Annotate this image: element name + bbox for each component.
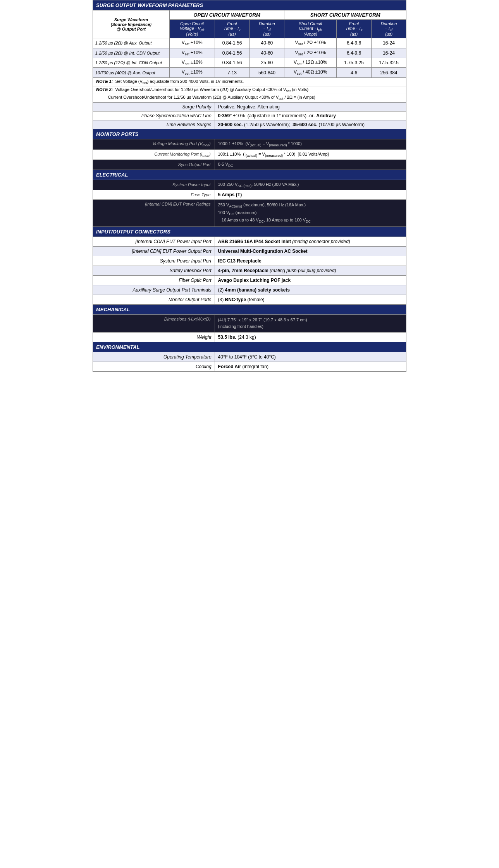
monitor-output-row: Monitor Output Ports (3) BNC-type (femal…	[93, 295, 406, 304]
sync-output-value: 0-5 VDC	[215, 160, 406, 170]
note-2b: Current Overshoot/Undershoot for 1.2/50 …	[93, 94, 406, 103]
row4-oc-f: 7-13	[215, 68, 250, 77]
aux-surge-value: (2) 4mm (banana) safety sockets	[215, 285, 406, 295]
fiber-optic-value: Avago Duplex Latching POF jack	[215, 275, 406, 285]
sys-power-input-port-label: System Power Input Port	[93, 256, 215, 266]
electrical-title: ELECTRICAL	[93, 170, 406, 180]
row2-sc-f: 6.4-9.6	[337, 48, 372, 58]
eut-power-input-label: [Internal CDN] EUT Power Input Port	[93, 237, 215, 246]
operating-temp-value: 40°F to 104°F (5°C to 40°C)	[215, 352, 406, 362]
voltage-monitor-value: 1000:1 ±10% (V(actual) = V(measured) * 1…	[215, 139, 406, 149]
current-monitor-row: Current Monitoring Port (Imon) 100:1 ±10…	[93, 149, 406, 160]
row1-sc-d: 16-24	[372, 38, 406, 48]
time-between-value: 20-600 sec. (1.2/50 µs Waveform); 35-600…	[215, 120, 406, 129]
oc-voltage-header: Open CircuitVoltage - Vpk(Volts)	[169, 20, 215, 38]
row1-oc-v: Vset ±10%	[169, 38, 215, 48]
section-electrical-header: ELECTRICAL	[93, 170, 406, 180]
row3-sc-d: 17.5-32.5	[372, 58, 406, 67]
row4-sc-d: 256-384	[372, 68, 406, 77]
surge-polarity-value: Positive, Negative, Alternating	[215, 103, 406, 112]
sc-duration-header: Duration- Td(µs)	[372, 20, 406, 38]
row1-label: 1.2/50 µs (2Ω) @ Aux. Output	[93, 38, 170, 48]
row2-sc-d: 16-24	[372, 48, 406, 58]
fuse-type-label: Fuse Type	[93, 190, 215, 200]
phase-sync-label: Phase Synchronization w/AC Line	[93, 112, 215, 120]
safety-interlock-value: 4-pin, 7mm Receptacle (mating push-pull …	[215, 266, 406, 275]
fuse-type-value: 5 Amps (T)	[215, 190, 406, 200]
current-monitor-label: Current Monitoring Port (Imon)	[93, 149, 215, 160]
sys-power-input-port-row: System Power Input Port IEC C13 Receptac…	[93, 256, 406, 266]
section-mechanical-header: MECHANICAL	[93, 304, 406, 314]
dimensions-row: Dimensions (H)x(W)x(D) (4U) 7.75" x 19" …	[93, 314, 406, 332]
table-row: 1.2/50 µs (2Ω) @ Int. CDN Output Vset ±1…	[93, 48, 406, 58]
row2-label: 1.2/50 µs (2Ω) @ Int. CDN Output	[93, 48, 170, 58]
voltage-monitor-label: Voltage Monitoring Port (Vmon)	[93, 139, 215, 149]
open-circuit-header: OPEN CIRCUIT WAVEFORM	[169, 10, 284, 20]
fiber-optic-label: Fiber Optic Port	[93, 275, 215, 285]
fuse-type-row: Fuse Type 5 Amps (T)	[93, 190, 406, 200]
cooling-value: Forced Air (integral fan)	[215, 362, 406, 371]
row1-oc-f: 0.84-1.56	[215, 38, 250, 48]
dimensions-label: Dimensions (H)x(W)x(D)	[93, 314, 215, 332]
sync-output-row: Sync Output Port 0-5 VDC	[93, 160, 406, 170]
phase-sync-row: Phase Synchronization w/AC Line 0-359° ±…	[93, 112, 406, 120]
note-2b-row: Current Overshoot/Undershoot for 1.2/50 …	[93, 94, 406, 103]
section-io-header: INPUT/OUTPUT CONNECTORS	[93, 226, 406, 237]
note-1-row: NOTE 1: Set Voltage (Vset) adjustable fr…	[93, 77, 406, 86]
time-between-label: Time Between Surges	[93, 120, 215, 129]
row3-oc-v: Vset ±10%	[169, 58, 215, 67]
sys-power-input-port-value: IEC C13 Receptacle	[215, 256, 406, 266]
environmental-title: ENVIRONMENTAL	[93, 342, 406, 352]
time-between-row: Time Between Surges 20-600 sec. (1.2/50 …	[93, 120, 406, 129]
row3-oc-d: 25-60	[250, 58, 284, 67]
monitor-output-label: Monitor Output Ports	[93, 295, 215, 304]
row3-sc-c: Vset / 12Ω ±10%	[284, 58, 337, 67]
surge-polarity-row: Surge Polarity Positive, Negative, Alter…	[93, 103, 406, 112]
row2-oc-d: 40-60	[250, 48, 284, 58]
operating-temp-row: Operating Temperature 40°F to 104°F (5°C…	[93, 352, 406, 362]
section-monitor-header: MONITOR PORTS	[93, 129, 406, 139]
aux-surge-row: Auxilliary Surge Output Port Terminals (…	[93, 285, 406, 295]
row1-oc-d: 40-60	[250, 38, 284, 48]
cooling-label: Cooling	[93, 362, 215, 371]
short-circuit-header: SHORT CIRCUIT WAVEFORM	[284, 10, 406, 20]
surge-title: SURGE OUTPUT WAVEFORM PARAMETERS	[93, 0, 406, 10]
row2-oc-f: 0.84-1.56	[215, 48, 250, 58]
surge-polarity-label: Surge Polarity	[93, 103, 215, 112]
weight-row: Weight 53.5 lbs. (24.3 kg)	[93, 332, 406, 342]
eut-power-value: 250 VAC(rms) (maximum), 50/60 Hz (16A Ma…	[215, 200, 406, 227]
row2-oc-v: Vset ±10%	[169, 48, 215, 58]
system-power-value: 100-250 VAC (rms), 50/60 Hz (300 VA Max.…	[215, 180, 406, 190]
eut-power-input-value: ABB 216B6 16A IP44 Socket Inlet (mating …	[215, 237, 406, 246]
row1-sc-c: Vset / 2Ω ±10%	[284, 38, 337, 48]
row2-sc-c: Vset / 2Ω ±10%	[284, 48, 337, 58]
io-title: INPUT/OUTPUT CONNECTORS	[93, 226, 406, 237]
waveform-group-header: Surge Waveform(Source Impedance)@ Output…	[93, 10, 406, 20]
sc-front-header: FrontTime - Tr(µs)	[337, 20, 372, 38]
eut-power-label: [Internal CDN] EUT Power Ratings	[93, 200, 215, 227]
phase-sync-value: 0-359° ±10% (adjustable in 1° increments…	[215, 112, 406, 120]
section-environmental-header: ENVIRONMENTAL	[93, 342, 406, 352]
table-row: 1.2/50 µs (2Ω) @ Aux. Output Vset ±10% 0…	[93, 38, 406, 48]
eut-power-output-row: [Internal CDN] EUT Power Output Port Uni…	[93, 246, 406, 256]
aux-surge-label: Auxilliary Surge Output Port Terminals	[93, 285, 215, 295]
sc-current-header: Short CircuitCurrent - Ipk(Amps)	[284, 20, 337, 38]
row1-sc-f: 6.4-9.6	[337, 38, 372, 48]
eut-power-output-value: Universal Multi-Configuration AC Socket	[215, 246, 406, 256]
monitor-title: MONITOR PORTS	[93, 129, 406, 139]
oc-front-header: FrontTime - Tr(µs)	[215, 20, 250, 38]
eut-power-output-label: [Internal CDN] EUT Power Output Port	[93, 246, 215, 256]
eut-power-input-row: [Internal CDN] EUT Power Input Port ABB …	[93, 237, 406, 246]
section-surge-header: SURGE OUTPUT WAVEFORM PARAMETERS	[93, 0, 406, 10]
row4-sc-f: 4-6	[337, 68, 372, 77]
mechanical-title: MECHANICAL	[93, 304, 406, 314]
voltage-monitor-row: Voltage Monitoring Port (Vmon) 1000:1 ±1…	[93, 139, 406, 149]
system-power-row: System Power Input 100-250 VAC (rms), 50…	[93, 180, 406, 190]
table-row: 1.2/50 µs (12Ω) @ Int. CDN Output Vset ±…	[93, 58, 406, 67]
row4-oc-v: Vset ±10%	[169, 68, 215, 77]
main-spec-table: SURGE OUTPUT WAVEFORM PARAMETERS Surge W…	[93, 0, 406, 372]
note-1: NOTE 1: Set Voltage (Vset) adjustable fr…	[93, 77, 406, 86]
oc-duration-header: Duration- Td(µs)	[250, 20, 284, 38]
row4-label: 10/700 µs (40Ω) @ Aux. Output	[93, 68, 170, 77]
surge-waveform-label: Surge Waveform(Source Impedance)@ Output…	[93, 10, 170, 38]
